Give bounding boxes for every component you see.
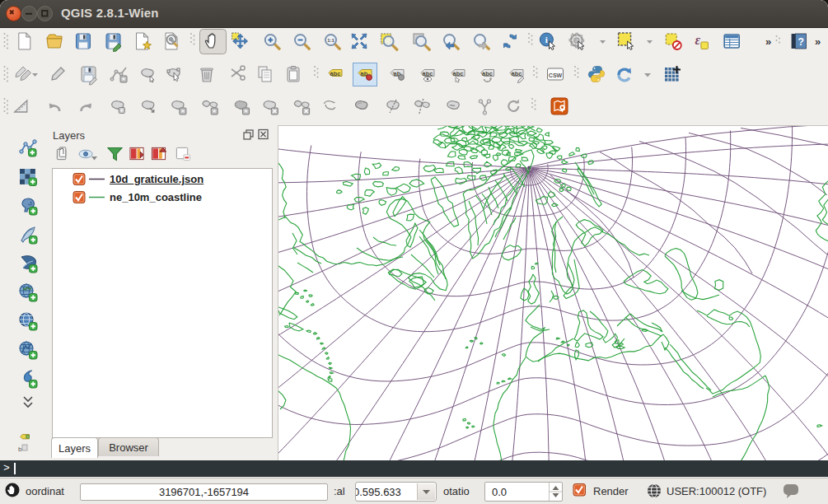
svg-text:b: b: [18, 446, 22, 453]
